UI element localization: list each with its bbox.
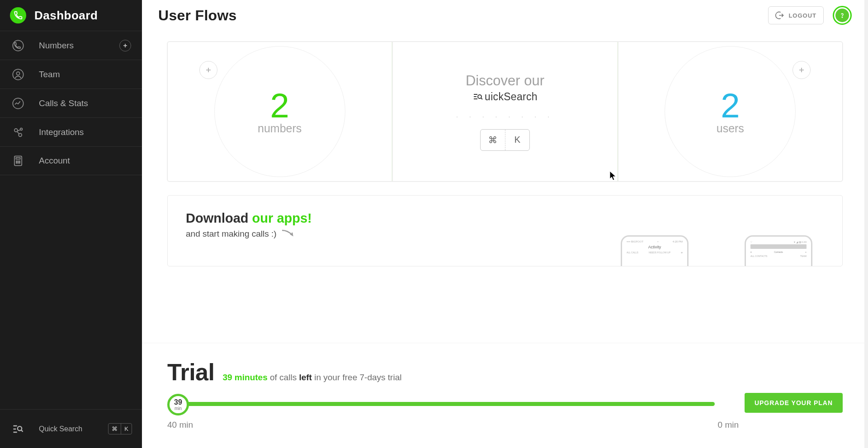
numbers-count: 2 (270, 89, 289, 123)
download-title: Download our apps! (186, 211, 824, 226)
svg-point-0 (13, 40, 23, 51)
svg-point-4 (14, 128, 18, 131)
help-button[interactable] (833, 6, 852, 25)
svg-point-17 (478, 95, 481, 98)
svg-point-12 (16, 163, 17, 163)
users-count: 2 (721, 89, 740, 123)
quicksearch-sub-icon (472, 91, 483, 102)
add-number-button[interactable] (119, 40, 131, 51)
sidebar-item-account[interactable]: Account (0, 146, 142, 175)
stats-cards: 2 numbers Discover our uickSearch . . . … (167, 42, 843, 182)
sidebar-item-team[interactable]: Team (0, 60, 142, 89)
kbd-cmd: ⌘ (481, 130, 505, 150)
sidebar-quicksearch[interactable]: Quick Search ⌘ K (0, 409, 142, 448)
help-icon (835, 9, 849, 22)
add-user-button[interactable] (793, 61, 811, 79)
kbd-k: K (505, 130, 529, 150)
download-subtitle: and start making calls :) (186, 229, 824, 239)
main: User Flows LOGOUT (142, 0, 868, 448)
progress-track (169, 402, 715, 406)
sidebar-item-numbers[interactable]: Numbers (0, 31, 142, 60)
quicksearch-label: Quick Search (39, 425, 95, 433)
sidebar-item-label: Account (39, 156, 131, 166)
svg-point-11 (19, 161, 20, 162)
quicksearch-title: Discover our (466, 73, 544, 89)
svg-point-9 (16, 161, 17, 162)
scrollbar[interactable] (864, 0, 868, 448)
svg-point-5 (20, 128, 23, 130)
trial-text: 39 minutes of calls left in your free 7-… (222, 373, 401, 383)
logout-icon (775, 11, 784, 20)
svg-point-2 (17, 72, 20, 75)
numbers-label: numbers (258, 122, 302, 135)
topbar: User Flows LOGOUT (142, 0, 868, 31)
quicksearch-icon (10, 421, 26, 437)
arrow-swoosh-icon (281, 229, 297, 239)
phone-icon (10, 37, 26, 54)
sidebar-item-label: Calls & Stats (39, 98, 131, 108)
sidebar-item-calls-stats[interactable]: Calls & Stats (0, 89, 142, 117)
trial-bar: Trial 39 minutes of calls left in your f… (142, 343, 868, 448)
app-logo (10, 7, 26, 23)
phone-mock-ios: •••• BIGFOOT•4:20 PM Activity ALL CALLSN… (621, 235, 689, 266)
quicksearch-shortcut: ⌘ K (108, 423, 132, 434)
sidebar: Dashboard Numbers Team (0, 0, 142, 448)
phone-mock-android: ○▾ ◢ ▮ 4:20 ≡Contacts+ ALL CONTACTSTEAM (745, 235, 812, 266)
upgrade-plan-button[interactable]: UPGRADE YOUR PLAN (745, 393, 843, 413)
sidebar-item-label: Team (39, 70, 131, 79)
svg-point-16 (842, 17, 842, 17)
users-label: users (717, 122, 744, 135)
card-users[interactable]: 2 users (618, 42, 842, 181)
sidebar-title: Dashboard (34, 9, 98, 23)
logout-label: LOGOUT (788, 12, 816, 19)
scale-left: 40 min (167, 420, 193, 430)
circle-bg: 2 users (665, 46, 796, 177)
trial-progress: 39 min (167, 392, 715, 414)
integrations-icon (10, 124, 26, 140)
sidebar-header: Dashboard (0, 0, 142, 31)
progress-knob[interactable]: 39 min (167, 394, 189, 415)
svg-point-10 (18, 161, 19, 162)
quicksearch-shortcut: ⌘ K (480, 129, 530, 151)
kbd-k: K (121, 424, 132, 434)
circle-bg: 2 numbers (214, 46, 345, 177)
logout-button[interactable]: LOGOUT (768, 6, 824, 24)
trial-heading: Trial (167, 359, 214, 386)
sidebar-nav: Numbers Team Calls & Stats (0, 31, 142, 175)
add-number-button[interactable] (199, 61, 217, 79)
sidebar-item-label: Integrations (39, 127, 131, 137)
svg-point-13 (18, 163, 19, 163)
sidebar-item-label: Numbers (39, 41, 107, 51)
svg-point-1 (13, 69, 23, 79)
card-numbers[interactable]: 2 numbers (168, 42, 392, 181)
trial-scale: 40 min 0 min (167, 420, 843, 430)
sidebar-item-integrations[interactable]: Integrations (0, 117, 142, 146)
download-panel: Download our apps! and start making call… (167, 195, 843, 266)
card-quicksearch[interactable]: Discover our uickSearch . . . . . . . . … (392, 42, 617, 181)
kbd-cmd: ⌘ (108, 424, 121, 434)
scale-right: 0 min (718, 420, 739, 430)
svg-point-14 (19, 163, 20, 163)
stats-icon (10, 95, 26, 112)
svg-rect-8 (16, 158, 20, 159)
svg-point-15 (18, 426, 22, 430)
quicksearch-dots: . . . . . . . . (456, 111, 554, 119)
user-icon (10, 66, 26, 83)
account-icon (10, 153, 26, 169)
quicksearch-sub: uickSearch (472, 91, 538, 103)
page-title: User Flows (158, 7, 237, 24)
